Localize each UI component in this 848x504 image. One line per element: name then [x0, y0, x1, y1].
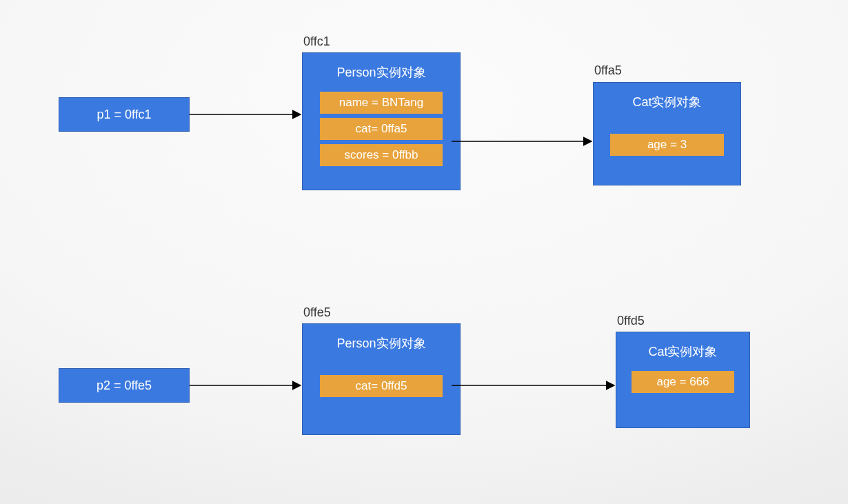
obj-cat2-title: Cat实例对象 — [623, 341, 743, 367]
obj-cat1-title: Cat实例对象 — [600, 91, 734, 117]
var-p2: p2 = 0ffe5 — [59, 368, 190, 403]
cat1-field-age: age = 3 — [610, 134, 725, 156]
cat2-field-age: age = 666 — [632, 371, 734, 393]
obj-cat1: Cat实例对象 age = 3 — [593, 82, 741, 185]
addr-label-cat2: 0ffd5 — [617, 314, 645, 328]
obj-person1: Person实例对象 name = BNTang cat= 0ffa5 scor… — [302, 52, 461, 190]
obj-person2-title: Person实例对象 — [310, 332, 453, 359]
person1-field-name: name = BNTang — [320, 92, 443, 114]
person2-field-cat: cat= 0ffd5 — [320, 375, 443, 397]
addr-label-person1: 0ffc1 — [303, 34, 330, 49]
addr-label-person2: 0ffe5 — [303, 305, 331, 320]
obj-cat2: Cat实例对象 age = 666 — [616, 332, 750, 428]
person1-field-cat: cat= 0ffa5 — [320, 118, 443, 140]
person1-field-scores: scores = 0ffbb — [320, 144, 443, 166]
var-p1: p1 = 0ffc1 — [59, 97, 190, 132]
addr-label-cat1: 0ffa5 — [594, 63, 622, 78]
obj-person2: Person实例对象 cat= 0ffd5 — [302, 323, 461, 435]
diagram-canvas: 0ffc1 0ffa5 0ffe5 0ffd5 p1 = 0ffc1 p2 = … — [0, 0, 848, 504]
obj-person1-title: Person实例对象 — [310, 61, 453, 88]
